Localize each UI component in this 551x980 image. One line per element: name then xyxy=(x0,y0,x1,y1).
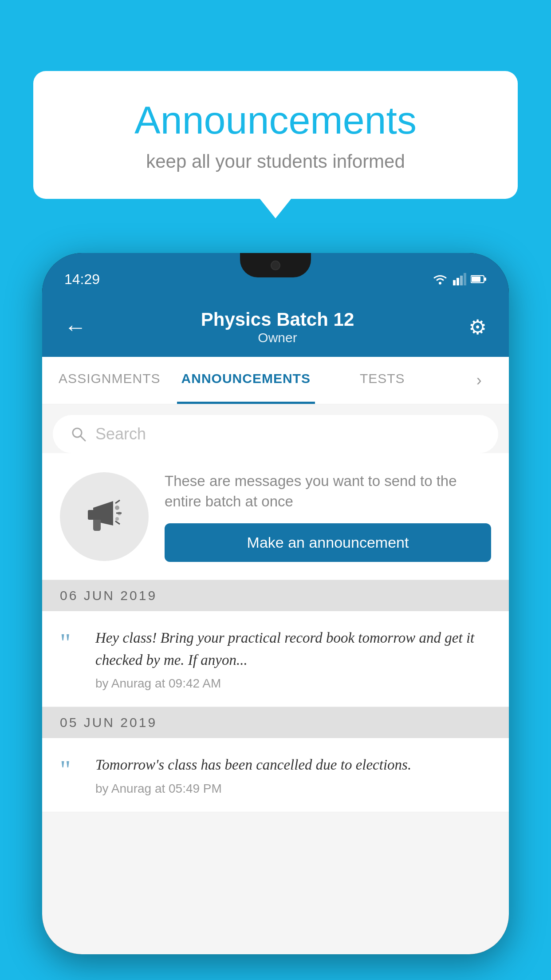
tab-more[interactable]: › xyxy=(450,357,509,404)
svg-rect-4 xyxy=(464,273,466,285)
wifi-icon xyxy=(432,273,449,285)
svg-rect-2 xyxy=(457,278,459,285)
speech-bubble-title: Announcements xyxy=(69,98,482,143)
svg-line-14 xyxy=(115,500,120,503)
date-separator-2: 05 JUN 2019 xyxy=(42,707,509,738)
svg-point-0 xyxy=(439,282,441,285)
speech-bubble-section: Announcements keep all your students inf… xyxy=(33,71,518,199)
app-bar-subtitle: Owner xyxy=(201,330,354,345)
announcement-promo: These are messages you want to send to t… xyxy=(42,453,509,580)
search-icon xyxy=(71,426,87,442)
announcement-meta-1: by Anurag at 09:42 AM xyxy=(95,676,491,691)
promo-icon-circle xyxy=(60,472,149,561)
tab-announcements[interactable]: ANNOUNCEMENTS xyxy=(177,357,315,404)
settings-button[interactable]: ⚙ xyxy=(468,315,487,339)
app-bar-title: Physics Batch 12 xyxy=(201,309,354,330)
search-placeholder: Search xyxy=(95,425,146,443)
back-button[interactable]: ← xyxy=(64,314,87,340)
app-bar-title-group: Physics Batch 12 Owner xyxy=(201,309,354,345)
svg-rect-7 xyxy=(484,277,486,281)
svg-point-13 xyxy=(115,517,119,521)
phone-container: 14:29 xyxy=(42,253,509,980)
announcement-item-2: " Tomorrow's class has been cancelled du… xyxy=(42,738,509,812)
announcement-text-2: Tomorrow's class has been cancelled due … xyxy=(95,754,491,776)
phone-notch xyxy=(240,253,311,277)
promo-description: These are messages you want to send to t… xyxy=(165,471,491,512)
announcement-text-1: Hey class! Bring your practical record b… xyxy=(95,627,491,671)
announcement-content-2: Tomorrow's class has been cancelled due … xyxy=(95,754,491,796)
announcement-item-1: " Hey class! Bring your practical record… xyxy=(42,611,509,707)
battery-icon xyxy=(471,275,487,284)
svg-rect-3 xyxy=(460,276,463,285)
svg-rect-1 xyxy=(453,280,456,285)
search-bar[interactable]: Search xyxy=(53,415,498,453)
announcement-meta-2: by Anurag at 05:49 PM xyxy=(95,782,491,796)
date-separator-1: 06 JUN 2019 xyxy=(42,580,509,611)
tab-tests[interactable]: TESTS xyxy=(315,357,450,404)
svg-line-16 xyxy=(115,521,120,524)
speech-bubble: Announcements keep all your students inf… xyxy=(33,71,518,199)
status-icons xyxy=(432,273,487,285)
promo-right: These are messages you want to send to t… xyxy=(165,471,491,562)
speech-bubble-subtitle: keep all your students informed xyxy=(69,151,482,172)
announcement-content-1: Hey class! Bring your practical record b… xyxy=(95,627,491,691)
signal-icon xyxy=(453,273,466,285)
make-announcement-button[interactable]: Make an announcement xyxy=(165,523,491,562)
megaphone-icon xyxy=(80,492,129,541)
app-bar: ← Physics Batch 12 Owner ⚙ xyxy=(42,297,509,357)
status-time: 14:29 xyxy=(64,271,100,288)
svg-rect-10 xyxy=(88,510,94,520)
svg-point-11 xyxy=(115,506,119,510)
tabs-bar: ASSIGNMENTS ANNOUNCEMENTS TESTS › xyxy=(42,357,509,404)
camera-dot xyxy=(271,261,280,270)
svg-rect-6 xyxy=(472,277,480,282)
content-area: Search xyxy=(42,404,509,954)
svg-line-9 xyxy=(80,436,85,441)
tab-assignments[interactable]: ASSIGNMENTS xyxy=(42,357,177,404)
quote-icon-1: " xyxy=(60,629,82,656)
phone-frame: 14:29 xyxy=(42,253,509,954)
quote-icon-2: " xyxy=(60,756,82,783)
